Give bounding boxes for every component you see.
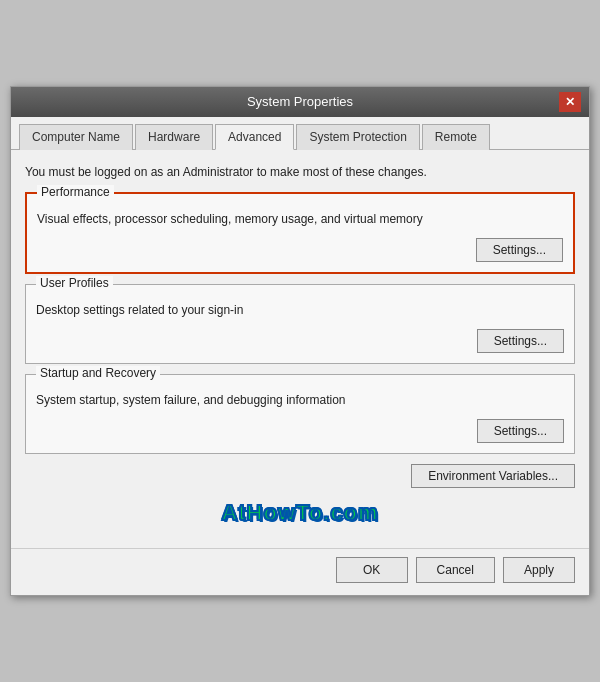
performance-section: Performance Visual effects, processor sc… xyxy=(25,192,575,274)
tab-bar: Computer Name Hardware Advanced System P… xyxy=(11,117,589,150)
performance-settings-button[interactable]: Settings... xyxy=(476,238,563,262)
performance-section-title: Performance xyxy=(37,185,114,199)
performance-description: Visual effects, processor scheduling, me… xyxy=(37,210,563,228)
user-profiles-section: User Profiles Desktop settings related t… xyxy=(25,284,575,364)
tab-computer-name[interactable]: Computer Name xyxy=(19,124,133,150)
startup-recovery-settings-button[interactable]: Settings... xyxy=(477,419,564,443)
watermark-area: AtHowTo.com xyxy=(25,496,575,534)
ok-button[interactable]: OK xyxy=(336,557,408,583)
tab-content: You must be logged on as an Administrato… xyxy=(11,150,589,549)
environment-variables-row: Environment Variables... xyxy=(25,464,575,488)
close-button[interactable]: ✕ xyxy=(559,92,581,112)
user-profiles-footer: Settings... xyxy=(36,329,564,353)
startup-recovery-footer: Settings... xyxy=(36,419,564,443)
startup-recovery-description: System startup, system failure, and debu… xyxy=(36,391,564,409)
window-footer: OK Cancel Apply xyxy=(11,548,589,595)
apply-button[interactable]: Apply xyxy=(503,557,575,583)
performance-footer: Settings... xyxy=(37,238,563,262)
user-profiles-settings-button[interactable]: Settings... xyxy=(477,329,564,353)
tab-system-protection[interactable]: System Protection xyxy=(296,124,419,150)
tab-advanced[interactable]: Advanced xyxy=(215,124,294,150)
startup-recovery-section-title: Startup and Recovery xyxy=(36,366,160,380)
tab-remote[interactable]: Remote xyxy=(422,124,490,150)
system-properties-window: System Properties ✕ Computer Name Hardwa… xyxy=(10,86,590,597)
environment-variables-button[interactable]: Environment Variables... xyxy=(411,464,575,488)
admin-notice: You must be logged on as an Administrato… xyxy=(25,164,575,181)
startup-recovery-section: Startup and Recovery System startup, sys… xyxy=(25,374,575,454)
window-title: System Properties xyxy=(41,94,559,109)
cancel-button[interactable]: Cancel xyxy=(416,557,495,583)
user-profiles-section-title: User Profiles xyxy=(36,276,113,290)
title-bar: System Properties ✕ xyxy=(11,87,589,117)
tab-hardware[interactable]: Hardware xyxy=(135,124,213,150)
user-profiles-description: Desktop settings related to your sign-in xyxy=(36,301,564,319)
watermark-text: AtHowTo.com xyxy=(221,500,378,525)
